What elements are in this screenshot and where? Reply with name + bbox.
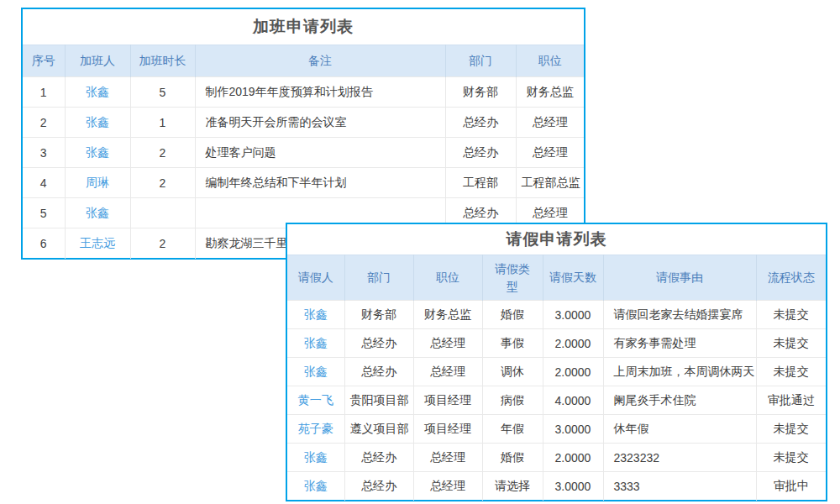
leave-table-title: 请假申请列表 [287, 224, 826, 255]
type-cell: 婚假 [482, 301, 543, 329]
position-cell: 财务总监 [413, 301, 482, 329]
table-row: 黄一飞贵阳项目部项目经理病假4.0000阑尾炎手术住院审批通过 [287, 386, 826, 415]
name-cell[interactable]: 张鑫 [287, 329, 344, 358]
name-cell[interactable]: 周琳 [65, 168, 130, 198]
table-row: 2张鑫1准备明天开会所需的会议室总经办总经理 [23, 108, 584, 138]
hours-cell [130, 198, 195, 228]
remark-cell: 制作2019年年度预算和计划报告 [195, 77, 445, 108]
reason-cell: 3333 [603, 472, 756, 501]
hours-cell: 2 [130, 138, 195, 168]
reason-cell: 2323232 [603, 444, 756, 472]
days-cell: 3.0000 [543, 472, 603, 501]
name-cell[interactable]: 黄一飞 [287, 386, 344, 415]
status-cell: 未提交 [756, 415, 826, 444]
type-cell: 婚假 [482, 444, 543, 472]
table-row: 张鑫总经办总经理事假2.0000有家务事需处理未提交 [287, 329, 826, 358]
overtime-person-column-header: 加班人 [65, 45, 130, 77]
remark-column-header: 备注 [195, 45, 445, 77]
remark-cell: 准备明天开会所需的会议室 [195, 108, 445, 138]
leave-person-column-header: 请假人 [287, 255, 344, 301]
type-cell: 年假 [482, 415, 543, 444]
reason-cell: 有家务事需处理 [603, 329, 756, 358]
table-row: 张鑫总经办总经理调休2.0000上周末加班，本周调休两天未提交 [287, 358, 826, 386]
name-cell[interactable]: 张鑫 [287, 358, 344, 386]
seq-cell: 2 [23, 108, 65, 138]
days-cell: 4.0000 [543, 386, 603, 415]
department-column-header: 部门 [344, 255, 413, 301]
position-cell: 总经理 [413, 358, 482, 386]
name-cell[interactable]: 张鑫 [65, 198, 130, 228]
position-cell: 总经理 [413, 329, 482, 358]
overtime-hours-column-header: 加班时长 [130, 45, 195, 77]
position-cell: 总经理 [516, 108, 584, 138]
dept-cell: 贵阳项目部 [344, 386, 413, 415]
seq-cell: 3 [23, 138, 65, 168]
remark-cell: 处理客户问题 [195, 138, 445, 168]
table-row: 张鑫总经办总经理请选择3.00003333审批中 [287, 472, 826, 501]
type-cell: 事假 [482, 329, 543, 358]
seq-cell: 6 [23, 228, 65, 259]
name-cell[interactable]: 张鑫 [287, 444, 344, 472]
name-cell[interactable]: 张鑫 [287, 301, 344, 329]
overtime-header-row: 序号 加班人 加班时长 备注 部门 职位 [23, 45, 584, 77]
hours-cell: 2 [130, 228, 195, 259]
table-row: 3张鑫2处理客户问题总经办总经理 [23, 138, 584, 168]
position-column-header: 职位 [516, 45, 584, 77]
hours-cell: 1 [130, 108, 195, 138]
hours-cell: 5 [130, 77, 195, 108]
dept-cell: 总经办 [344, 472, 413, 501]
days-cell: 2.0000 [543, 329, 603, 358]
dept-cell: 财务部 [344, 301, 413, 329]
dept-cell: 总经办 [344, 329, 413, 358]
department-column-header: 部门 [445, 45, 516, 77]
days-cell: 2.0000 [543, 444, 603, 472]
position-cell: 总经理 [413, 472, 482, 501]
table-row: 苑子豪遵义项目部项目经理年假3.0000休年假未提交 [287, 415, 826, 444]
position-cell: 工程部总监 [516, 168, 584, 198]
overtime-table-title: 加班申请列表 [23, 9, 584, 45]
name-cell[interactable]: 张鑫 [65, 138, 130, 168]
dept-cell: 遵义项目部 [344, 415, 413, 444]
status-cell: 未提交 [756, 301, 826, 329]
seq-column-header: 序号 [23, 45, 65, 77]
table-row: 1张鑫5制作2019年年度预算和计划报告财务部财务总监 [23, 77, 584, 108]
table-row: 张鑫总经办总经理婚假2.00002323232未提交 [287, 444, 826, 472]
position-cell: 总经理 [413, 444, 482, 472]
leave-type-column-header: 请假类型 [482, 255, 543, 301]
hours-cell: 2 [130, 168, 195, 198]
seq-cell: 4 [23, 168, 65, 198]
position-cell: 总经理 [516, 138, 584, 168]
days-cell: 2.0000 [543, 358, 603, 386]
remark-cell: 编制年终总结和下半年计划 [195, 168, 445, 198]
days-cell: 3.0000 [543, 415, 603, 444]
name-cell[interactable]: 张鑫 [287, 472, 344, 501]
workflow-status-column-header: 流程状态 [756, 255, 826, 301]
overtime-table-panel: 加班申请列表 序号 加班人 加班时长 备注 部门 职位 1张鑫5制作2019年年… [21, 8, 585, 260]
leave-days-column-header: 请假天数 [543, 255, 603, 301]
seq-cell: 5 [23, 198, 65, 228]
dept-cell: 财务部 [445, 77, 516, 108]
table-row: 4周琳2编制年终总结和下半年计划工程部工程部总监 [23, 168, 584, 198]
status-cell: 未提交 [756, 329, 826, 358]
position-column-header: 职位 [413, 255, 482, 301]
dept-cell: 总经办 [344, 444, 413, 472]
leave-header-row: 请假人 部门 职位 请假类型 请假天数 请假事由 流程状态 [287, 255, 826, 301]
name-cell[interactable]: 苑子豪 [287, 415, 344, 444]
leave-table: 请假人 部门 职位 请假类型 请假天数 请假事由 流程状态 张鑫财务部财务总监婚… [287, 255, 826, 501]
leave-table-panel: 请假申请列表 请假人 部门 职位 请假类型 请假天数 请假事由 流程状态 张鑫财… [286, 223, 827, 501]
name-cell[interactable]: 张鑫 [65, 77, 130, 108]
dept-cell: 总经办 [344, 358, 413, 386]
type-cell: 调休 [482, 358, 543, 386]
leave-reason-column-header: 请假事由 [603, 255, 756, 301]
seq-cell: 1 [23, 77, 65, 108]
name-cell[interactable]: 张鑫 [65, 108, 130, 138]
position-cell: 项目经理 [413, 386, 482, 415]
reason-cell: 请假回老家去结婚摆宴席 [603, 301, 756, 329]
reason-cell: 阑尾炎手术住院 [603, 386, 756, 415]
status-cell: 审批中 [756, 472, 826, 501]
type-cell: 请选择 [482, 472, 543, 501]
status-cell: 未提交 [756, 358, 826, 386]
position-cell: 财务总监 [516, 77, 584, 108]
days-cell: 3.0000 [543, 301, 603, 329]
name-cell[interactable]: 王志远 [65, 228, 130, 259]
